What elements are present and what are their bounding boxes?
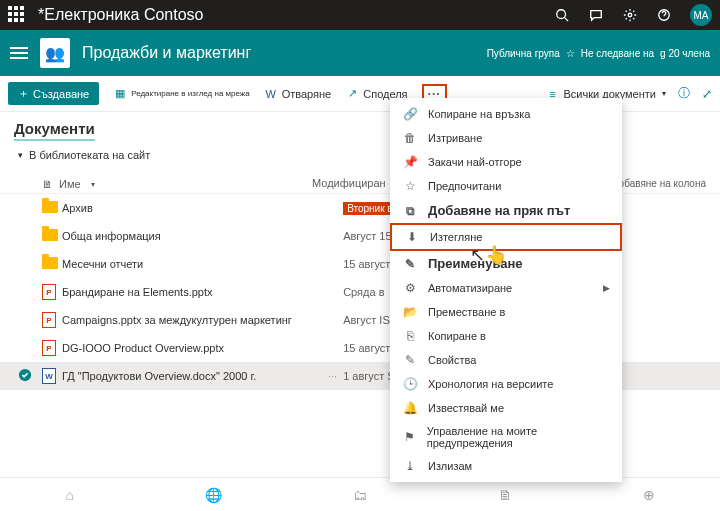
menu-item[interactable]: ⧉Добавяне на пряк път — [390, 198, 622, 223]
edit-grid-button[interactable]: ▦Редактиране в изглед на мрежа — [113, 87, 249, 101]
site-header: 👥 Продажби и маркетинг Публична група ☆ … — [0, 30, 720, 76]
members-label[interactable]: g 20 члена — [660, 48, 710, 59]
file-name: Архив — [62, 202, 322, 214]
suite-bar: *Електроника Contoso MA — [0, 0, 720, 30]
svg-point-2 — [628, 13, 632, 17]
menu-item[interactable]: 📂Преместване в — [390, 300, 622, 324]
svg-line-1 — [565, 18, 569, 22]
menu-item[interactable]: ✎Свойства — [390, 348, 622, 372]
menu-item-label: Копиране на връзка — [428, 108, 530, 120]
menu-item-icon: 📌 — [402, 155, 418, 169]
open-button[interactable]: WОтваряне — [264, 87, 332, 101]
powerpoint-icon: P — [42, 312, 56, 328]
settings-icon[interactable] — [622, 7, 638, 23]
svg-point-0 — [557, 10, 566, 19]
menu-item-label: Хронология на версиите — [428, 378, 553, 390]
menu-item-label: Предпочитани — [428, 180, 501, 192]
menu-item-icon: ✎ — [402, 353, 418, 367]
menu-item-icon: 📂 — [402, 305, 418, 319]
menu-item-label: Излизам — [428, 460, 472, 472]
site-name: Продажби и маркетинг — [82, 44, 475, 62]
menu-item-label: Изтегляне — [430, 231, 482, 243]
select-indicator[interactable] — [18, 368, 42, 384]
menu-item[interactable]: ⤓Излизам — [390, 454, 622, 478]
powerpoint-icon: P — [42, 284, 56, 300]
chevron-down-icon: ▾ — [18, 150, 23, 160]
folder-icon — [42, 201, 58, 213]
menu-item-icon: ⧉ — [402, 204, 418, 218]
hamburger-icon[interactable] — [10, 47, 28, 59]
menu-item-label: Свойства — [428, 354, 476, 366]
col-name-header[interactable]: 🗎Име▾ — [42, 177, 312, 191]
app-launcher-icon[interactable] — [8, 6, 26, 24]
folder-icon — [42, 257, 58, 269]
user-avatar[interactable]: MA — [690, 4, 712, 26]
share-icon: ↗ — [345, 87, 359, 101]
chevron-right-icon: ▶ — [603, 283, 610, 293]
powerpoint-icon: P — [42, 340, 56, 356]
info-icon[interactable]: ⓘ — [678, 85, 690, 102]
menu-item-icon: 🕒 — [402, 377, 418, 391]
home-icon[interactable]: ⌂ — [65, 487, 73, 503]
files-icon[interactable]: 🗂 — [353, 487, 367, 503]
menu-item-label: Известявай ме — [428, 402, 504, 414]
grid-icon: ▦ — [113, 87, 127, 101]
file-name: Месечни отчети — [62, 258, 322, 270]
menu-item[interactable]: 🔗Копиране на връзка — [390, 102, 622, 126]
menu-item[interactable]: 🗑Изтриване — [390, 126, 622, 150]
file-name: Campaigns.pptx за междукултурен маркетин… — [62, 314, 322, 326]
menu-item-icon: 🔔 — [402, 401, 418, 415]
menu-item[interactable]: 📌Закачи най-отгоре — [390, 150, 622, 174]
menu-item-icon: ⚑ — [402, 430, 417, 444]
menu-item-icon: ⎘ — [402, 329, 418, 343]
menu-item-label: Управление на моите предупреждения — [427, 425, 610, 449]
star-icon[interactable]: ☆ — [566, 48, 575, 59]
menu-item-label: Преместване в — [428, 306, 505, 318]
word-icon: W — [42, 368, 56, 384]
context-menu: 🔗Копиране на връзка🗑Изтриване📌Закачи най… — [390, 98, 622, 482]
folder-icon — [42, 229, 58, 241]
menu-item[interactable]: ✎Преименуване — [390, 251, 622, 276]
new-button[interactable]: ＋Създаване — [8, 82, 99, 105]
menu-item[interactable]: 🔔Известявай ме — [390, 396, 622, 420]
menu-item-icon: ⬇ — [404, 230, 420, 244]
chat-icon[interactable] — [588, 7, 604, 23]
add-icon[interactable]: ⊕ — [643, 487, 655, 503]
menu-item[interactable]: 🕒Хронология на версиите — [390, 372, 622, 396]
recent-icon[interactable]: 🗎 — [498, 487, 512, 503]
menu-item-label: Изтриване — [428, 132, 482, 144]
group-type-label: Публична група — [487, 48, 560, 59]
file-name: Брандиране на Elements.pptx — [62, 286, 322, 298]
menu-item-label: Добавяне на пряк път — [428, 203, 570, 218]
menu-item-icon: 🗑 — [402, 131, 418, 145]
menu-item[interactable]: ⬇Изтегляне — [390, 223, 622, 251]
menu-item-icon: ⤓ — [402, 459, 418, 473]
menu-item[interactable]: ⚑Управление на моите предупреждения — [390, 420, 622, 454]
word-icon: W — [264, 87, 278, 101]
menu-item[interactable]: ⚙Автоматизиране▶ — [390, 276, 622, 300]
globe-icon[interactable]: 🌐 — [205, 487, 222, 503]
suite-title: *Електроника Contoso — [38, 6, 554, 24]
menu-item[interactable]: ☆Предпочитани — [390, 174, 622, 198]
menu-item[interactable]: ⎘Копиране в — [390, 324, 622, 348]
menu-item-label: Закачи най-отгоре — [428, 156, 522, 168]
menu-item-label: Преименуване — [428, 256, 523, 271]
row-more-icon[interactable]: ··· — [322, 370, 343, 382]
expand-icon[interactable]: ⤢ — [702, 87, 712, 101]
help-icon[interactable] — [656, 7, 672, 23]
menu-item-icon: ⚙ — [402, 281, 418, 295]
follow-label[interactable]: Не следване на — [581, 48, 654, 59]
site-logo[interactable]: 👥 — [40, 38, 70, 68]
file-name: ГД "Продуктови Overview.docx" 2000 г. — [62, 370, 322, 382]
menu-item-icon: ✎ — [402, 257, 418, 271]
file-name: Обща информация — [62, 230, 322, 242]
file-icon: 🗎 — [42, 178, 53, 190]
menu-item-icon: ☆ — [402, 179, 418, 193]
search-icon[interactable] — [554, 7, 570, 23]
menu-item-icon: 🔗 — [402, 107, 418, 121]
bottom-nav: ⌂ 🌐 🗂 🗎 ⊕ — [0, 477, 720, 511]
menu-item-label: Автоматизиране — [428, 282, 512, 294]
file-name: DG-IOOO Product Overview.pptx — [62, 342, 322, 354]
menu-item-label: Копиране в — [428, 330, 486, 342]
